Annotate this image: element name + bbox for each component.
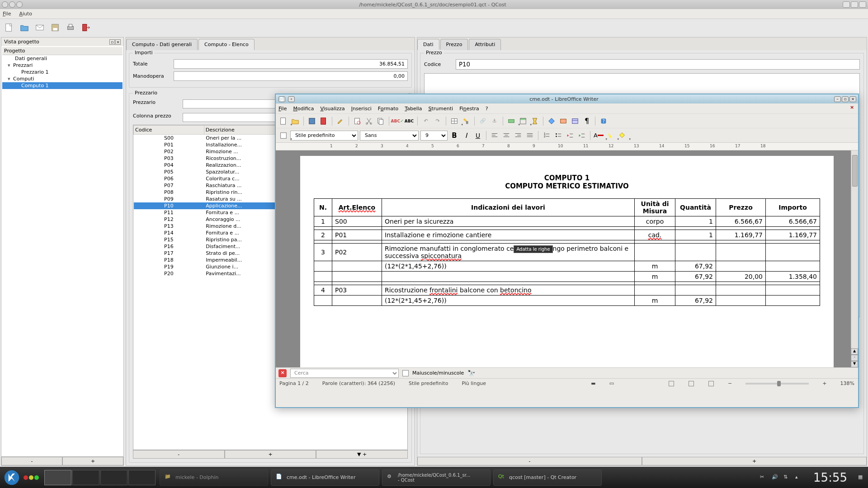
lo-menu-file[interactable]: File (278, 106, 287, 112)
add-button[interactable]: + (62, 457, 123, 465)
scroll-thumb[interactable] (852, 155, 858, 187)
style-combo[interactable]: Stile predefinito (290, 131, 358, 141)
activity-switcher[interactable] (24, 475, 39, 480)
bullet-list-icon[interactable] (553, 131, 563, 141)
lo-ruler[interactable]: 123456789101112131415161718 (276, 142, 858, 150)
spellcheck-icon[interactable]: ABC✓ (392, 116, 402, 126)
close-button[interactable] (859, 1, 866, 8)
lo-menu-help[interactable]: ? (486, 106, 488, 112)
zoom-value[interactable]: 138% (840, 380, 854, 386)
tree-item-computo1[interactable]: Computo 1 (2, 82, 123, 89)
align-left-icon[interactable] (490, 131, 500, 141)
navigator-icon[interactable] (547, 116, 557, 126)
codice-field[interactable] (456, 59, 860, 70)
vertical-scrollbar[interactable]: ▲ ◦ ▼ (851, 150, 858, 367)
desktop-pager[interactable] (44, 470, 156, 485)
datasources-icon[interactable] (570, 116, 580, 126)
align-right-icon[interactable] (513, 131, 523, 141)
task-libreoffice[interactable]: 📄cme.odt - LibreOffice Writer (271, 469, 379, 486)
gallery-icon[interactable] (558, 116, 568, 126)
maximize-icon[interactable] (16, 1, 23, 8)
lo-menu-finestra[interactable]: Finestra (459, 106, 479, 112)
find-close-icon[interactable]: × (278, 369, 287, 377)
nav-down-icon[interactable]: ▼ (851, 361, 858, 367)
insert-mode-icon[interactable]: ▬ (591, 380, 595, 386)
close-panel-icon[interactable]: × (115, 39, 121, 45)
lo-menu-visualizza[interactable]: Visualizza (320, 106, 344, 112)
print-icon[interactable] (65, 22, 76, 33)
tab-dati[interactable]: Dati (417, 39, 439, 50)
export-pdf-icon[interactable] (319, 116, 329, 126)
case-checkbox[interactable] (402, 370, 409, 376)
indent-icon[interactable] (577, 131, 587, 141)
show-desktop-icon[interactable]: ▦ (858, 474, 865, 481)
tab-attributi[interactable]: Attributi (469, 39, 501, 50)
network-icon[interactable]: ⇅ (783, 474, 791, 481)
new-icon[interactable] (4, 22, 14, 33)
save-icon[interactable] (50, 22, 61, 33)
minimize-icon[interactable] (9, 1, 15, 8)
sel-mode-icon[interactable]: ▭ (609, 380, 614, 386)
tree-item-prezzari[interactable]: ▾Prezzari (2, 62, 123, 69)
bold-icon[interactable]: B (449, 131, 459, 141)
highlight-icon[interactable] (605, 131, 615, 141)
word-count[interactable]: Parole (caratteri): 364 (2256) (322, 380, 395, 386)
lang-status[interactable]: Più lingue (462, 380, 486, 386)
lo-titlebar[interactable]: 📄 ∘ cme.odt - LibreOffice Writer – ▫ × (276, 94, 858, 103)
zoom-in-icon[interactable]: + (822, 380, 826, 386)
cut-icon[interactable] (364, 116, 374, 126)
insert-header-icon[interactable] (518, 116, 528, 126)
desktop-2[interactable] (72, 470, 99, 485)
lo-close-button[interactable]: × (849, 96, 856, 102)
desktop-4[interactable] (128, 470, 156, 485)
clipboard-icon[interactable]: ✂ (760, 474, 767, 481)
save-icon[interactable] (307, 116, 317, 126)
volume-icon[interactable]: 🔊 (772, 474, 779, 481)
min-button[interactable] (843, 1, 850, 8)
zoom-out-icon[interactable]: − (728, 380, 732, 386)
font-combo[interactable]: Sans (360, 131, 419, 141)
insert-price-button[interactable]: ▼ + (316, 450, 408, 459)
lo-min-button[interactable]: – (834, 96, 841, 102)
lo-menu-strumenti[interactable]: Strumenti (429, 106, 453, 112)
remove-dati-button[interactable]: - (417, 457, 642, 465)
expand-icon[interactable]: ▾ (8, 76, 13, 82)
style-status[interactable]: Stile predefinito (409, 380, 448, 386)
view-single-icon[interactable] (669, 381, 674, 386)
tab-elenco[interactable]: Computo - Elenco (198, 39, 255, 50)
remove-price-button[interactable]: - (133, 450, 225, 459)
lo-menu-inserisci[interactable]: Inserisci (351, 106, 372, 112)
new-icon[interactable] (278, 116, 288, 126)
clock[interactable]: 15:55 (813, 471, 847, 484)
size-combo[interactable]: 9 (420, 131, 448, 141)
lo-menu-tabella[interactable]: Tabella (405, 106, 422, 112)
view-multi-icon[interactable] (689, 381, 694, 386)
lo-menu-formato[interactable]: Formato (378, 106, 399, 112)
redo-icon[interactable]: ↷ (433, 116, 443, 126)
close-icon[interactable] (2, 1, 8, 8)
expand-icon[interactable]: ▾ (8, 62, 13, 68)
zoom-handle[interactable] (777, 381, 781, 386)
copy-icon[interactable] (376, 116, 386, 126)
apply-style-icon[interactable] (278, 131, 288, 141)
totale-field[interactable] (174, 59, 408, 69)
bg-color-icon[interactable] (617, 131, 627, 141)
nav-sel-icon[interactable]: ◦ (851, 355, 858, 361)
task-dolphin[interactable]: 📁mickele - Dolphin (160, 469, 268, 486)
anchor-icon[interactable]: ⚓ (490, 116, 500, 126)
computo-table[interactable]: N. Art.Elenco Indicazioni dei lavori Uni… (314, 198, 820, 306)
link-icon[interactable]: 🔗 (478, 116, 488, 126)
zoom-slider[interactable] (745, 383, 809, 385)
nav-up-icon[interactable]: ▲ (851, 348, 858, 355)
help-icon[interactable]: ? (599, 116, 609, 126)
detach-icon[interactable]: ▫ (109, 39, 115, 45)
project-tree[interactable]: Progetto Dati generali ▾Prezzari Prezzar… (1, 46, 123, 456)
task-qcost[interactable]: ⚙/home/mickele/QCost_0.6.1_sr... - QCost (382, 469, 491, 486)
table-icon[interactable] (449, 116, 459, 126)
edit-icon[interactable] (335, 116, 345, 126)
binoculars-icon[interactable]: 🔭 (467, 370, 475, 377)
italic-icon[interactable]: I (461, 131, 471, 141)
lo-menu-modifica[interactable]: Modifica (293, 106, 314, 112)
menu-file[interactable]: File (3, 11, 11, 17)
add-dati-button[interactable]: + (642, 457, 867, 465)
